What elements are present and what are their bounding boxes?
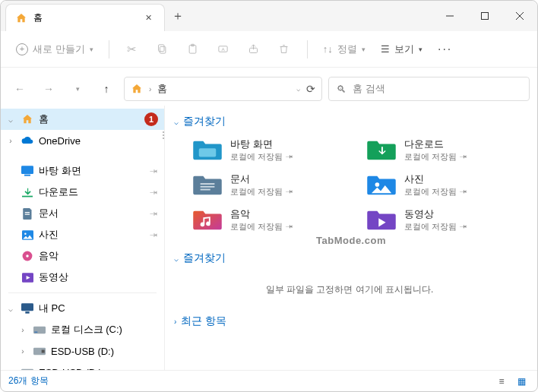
sidebar-item-desktop[interactable]: 바탕 화면 📌︎ [1, 160, 164, 182]
svg-rect-11 [21, 166, 33, 174]
new-tab-button[interactable]: ＋ [165, 1, 191, 31]
sidebar-item-drive-c[interactable]: › 로컬 디스크 (C:) [1, 319, 164, 340]
item-downloads[interactable]: 다운로드 로컬에 저장됨📌︎ [366, 136, 525, 163]
sidebar-item-pictures[interactable]: 사진 📌︎ [1, 224, 164, 245]
item-location: 로컬에 저장됨 [404, 221, 457, 232]
minimize-button[interactable] [432, 1, 467, 31]
cloud-icon [21, 136, 34, 145]
folder-pictures-icon [366, 171, 397, 198]
item-pictures[interactable]: 사진 로컬에 저장됨📌︎ [366, 171, 525, 198]
sidebar-item-drive-d-ext[interactable]: › ESD-USB (D:) [1, 362, 164, 370]
annotation-badge: 1 [144, 112, 158, 126]
forward-button[interactable]: → [37, 77, 60, 100]
copy-icon[interactable] [149, 37, 176, 62]
item-name: 바탕 화면 [230, 138, 293, 151]
sidebar-item-videos[interactable]: 동영상 [1, 267, 164, 288]
section-title: 최근 항목 [181, 315, 226, 328]
usb-drive-icon [21, 368, 34, 371]
folder-music-icon [192, 206, 223, 233]
svg-rect-22 [25, 311, 29, 314]
up-button[interactable]: ↑ [95, 77, 118, 100]
new-button-label: 새로 만들기 [33, 43, 85, 56]
status-bar: 26개 항목 ≡ ▦ [1, 370, 537, 391]
expand-icon[interactable]: ⌵ [5, 115, 16, 124]
main-area: ⌵ 홈 1 › OneDrive 바탕 화면 📌︎ 다운로드 📌︎ 문서 [1, 106, 537, 370]
separator [109, 40, 109, 58]
sidebar-item-home[interactable]: ⌵ 홈 1 [1, 109, 164, 130]
expand-icon[interactable]: › [17, 347, 28, 356]
new-button[interactable]: + 새로 만들기 ▾ [10, 38, 100, 61]
expand-icon[interactable]: › [5, 137, 16, 145]
chevron-down-icon: ⌵ [174, 254, 179, 263]
pin-icon: 📌︎ [284, 151, 296, 163]
sidebar-item-label: 바탕 화면 [39, 164, 145, 178]
address-bar[interactable]: › 홈 ⌵ ⟳ [124, 77, 322, 101]
maximize-button[interactable] [467, 1, 502, 31]
view-mode-toggle: ≡ ▦ [493, 374, 530, 389]
sidebar-item-label: 동영상 [39, 270, 158, 284]
details-view-button[interactable]: ≡ [493, 374, 510, 389]
section-header-recent[interactable]: › 최근 항목 [174, 310, 525, 336]
paste-icon[interactable] [179, 37, 207, 62]
item-desktop[interactable]: 바탕 화면 로컬에 저장됨📌︎ [192, 136, 351, 163]
picture-icon [21, 230, 34, 240]
item-location: 로컬에 저장됨 [404, 186, 457, 198]
document-icon [21, 208, 34, 220]
item-music[interactable]: 음악 로컬에 저장됨📌︎ [192, 206, 351, 233]
rename-icon[interactable]: A [210, 37, 237, 62]
svg-rect-29 [199, 148, 217, 156]
refresh-icon[interactable]: ⟳ [306, 83, 315, 95]
tiles-view-button[interactable]: ▦ [513, 374, 530, 389]
item-location: 로컬에 저장됨 [404, 151, 457, 163]
svg-rect-26 [42, 349, 45, 352]
sidebar-item-thispc[interactable]: ⌵ 내 PC [1, 298, 164, 319]
close-window-button[interactable] [502, 1, 537, 31]
view-button[interactable]: ☰ 보기 ▾ [375, 38, 429, 61]
recent-dropdown[interactable]: ▾ [66, 77, 89, 100]
share-icon[interactable] [240, 37, 267, 62]
sidebar-item-documents[interactable]: 문서 📌︎ [1, 203, 164, 224]
view-label: 보기 [394, 43, 414, 56]
collapse-icon[interactable]: ⌵ [5, 305, 16, 313]
sidebar-item-downloads[interactable]: 다운로드 📌︎ [1, 182, 164, 203]
svg-rect-12 [24, 175, 30, 176]
expand-icon[interactable]: › [17, 326, 28, 334]
item-documents[interactable]: 문서 로컬에 저장됨📌︎ [192, 171, 351, 198]
sidebar-item-onedrive[interactable]: › OneDrive [1, 130, 164, 151]
separator [307, 40, 308, 58]
section-header-favorites[interactable]: ⌵ 즐겨찾기 [174, 110, 525, 136]
pin-icon: 📌︎ [284, 186, 296, 198]
tab-home[interactable]: 홈 ✕ [5, 4, 165, 31]
delete-icon[interactable] [271, 37, 298, 62]
pin-icon: 📌︎ [458, 221, 470, 232]
search-input[interactable]: 🔍︎ 홈 검색 [328, 77, 530, 101]
pin-icon: 📌︎ [147, 207, 160, 220]
sidebar-item-drive-d[interactable]: › ESD-USB (D:) [1, 340, 164, 362]
chevron-down-icon[interactable]: ⌵ [296, 85, 300, 93]
folder-desktop-icon [192, 136, 223, 163]
navigation-sidebar: ⌵ 홈 1 › OneDrive 바탕 화면 📌︎ 다운로드 📌︎ 문서 [1, 106, 165, 370]
breadcrumb[interactable]: 홈 [157, 82, 167, 96]
section-header-favorites2[interactable]: ⌵ 즐겨찾기 [174, 247, 525, 273]
more-button[interactable]: ··· [432, 43, 459, 56]
usb-drive-icon [33, 347, 46, 356]
sort-button[interactable]: ↑↓ 정렬 ▾ [317, 38, 372, 61]
sidebar-item-music[interactable]: 음악 [1, 245, 164, 267]
cut-icon[interactable]: ✂ [119, 37, 146, 62]
folder-downloads-icon [366, 136, 397, 163]
search-placeholder: 홈 검색 [353, 82, 385, 96]
sidebar-item-label: 다운로드 [39, 185, 145, 199]
close-icon[interactable]: ✕ [141, 11, 155, 25]
command-toolbar: + 새로 만들기 ▾ ✂ A ↑↓ 정렬 ▾ ☰ 보기 ▾ ··· [1, 31, 537, 68]
item-name: 문서 [230, 172, 293, 186]
folder-videos-icon [366, 206, 397, 233]
chevron-down-icon: ⌵ [174, 118, 179, 126]
expand-icon[interactable]: › [5, 368, 16, 371]
svg-rect-24 [34, 331, 37, 332]
content-pane: TabMode.com ⌵ 즐겨찾기 바탕 화면 로컬에 저장됨📌︎ 다운로드 … [165, 106, 537, 370]
video-icon [21, 273, 34, 283]
item-name: 음악 [230, 207, 293, 221]
item-name: 다운로드 [404, 138, 467, 151]
back-button[interactable]: ← [8, 77, 31, 100]
item-videos[interactable]: 동영상 로컬에 저장됨📌︎ [366, 206, 525, 233]
